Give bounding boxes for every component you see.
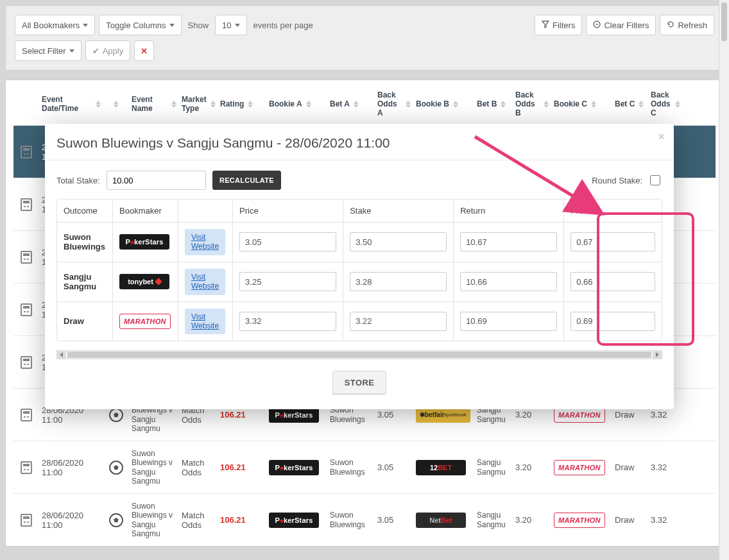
calc-row: Sangju SangmutonybetVisitWebsite xyxy=(57,262,662,302)
calculator-table: Outcome Bookmaker Price Stake Return Pro… xyxy=(56,199,662,341)
pokerstars-logo: P♠kerStars xyxy=(269,513,319,528)
return-input[interactable] xyxy=(460,232,557,251)
col-date[interactable]: Event Date/Time xyxy=(42,95,92,113)
sort-icon[interactable] xyxy=(453,101,458,108)
bookmakers-dropdown[interactable]: All Bookmakers xyxy=(15,15,95,35)
price-input[interactable] xyxy=(239,312,336,331)
calculator-icon[interactable] xyxy=(21,461,32,474)
col-oddsA[interactable]: Back Odds A xyxy=(377,90,402,117)
modal-close-button[interactable]: × xyxy=(658,130,665,144)
col-rating[interactable]: Rating xyxy=(220,99,244,108)
col-betC[interactable]: Bet C xyxy=(615,99,635,108)
cell-betA: Suwon Bluewings xyxy=(327,458,375,477)
filters-button[interactable]: Filters xyxy=(535,15,582,35)
sort-icon[interactable] xyxy=(501,101,506,108)
apply-label: Apply xyxy=(103,46,124,56)
sort-icon[interactable] xyxy=(114,101,119,108)
12bet-logo: 12BET xyxy=(416,460,466,475)
profit-input[interactable] xyxy=(570,232,655,251)
select-filter-label: Select Filter xyxy=(22,46,66,56)
col-betB[interactable]: Bet B xyxy=(477,99,497,108)
apply-button[interactable]: ✔ Apply xyxy=(85,40,131,61)
visit-website-link[interactable]: VisitWebsite xyxy=(191,312,219,331)
recalculate-button[interactable]: RECALCULATE xyxy=(212,171,281,190)
round-stake-checkbox[interactable] xyxy=(650,175,660,185)
store-button[interactable]: STORE xyxy=(332,371,387,394)
clear-filters-button[interactable]: Clear Filters xyxy=(586,15,656,35)
sort-icon[interactable] xyxy=(675,101,680,108)
sort-icon[interactable] xyxy=(248,101,253,108)
sort-icon[interactable] xyxy=(354,101,359,108)
table-row[interactable]: 28/06/2020 11:00Suwon Bluewings v Sangju… xyxy=(13,441,716,493)
sort-icon[interactable] xyxy=(171,101,176,108)
stake-input[interactable] xyxy=(350,272,447,291)
calc-bookmaker: P♠kerStars xyxy=(113,223,178,262)
chevron-down-icon xyxy=(69,49,74,53)
marathon-logo: MARATHON xyxy=(119,314,171,329)
col-oddsC[interactable]: Back Odds C xyxy=(651,90,671,117)
sort-icon[interactable] xyxy=(639,101,644,108)
stake-input[interactable] xyxy=(350,232,447,251)
refresh-icon xyxy=(667,21,674,30)
return-input[interactable] xyxy=(460,312,557,331)
col-name[interactable]: Event Name xyxy=(132,95,167,113)
cell-bookieA: P♠kerStars xyxy=(266,460,327,475)
select-filter-dropdown[interactable]: Select Filter xyxy=(15,40,81,61)
toggle-columns-dropdown[interactable]: Toggle Columns xyxy=(99,15,181,35)
modal-horizontal-scrollbar[interactable] xyxy=(56,350,662,359)
sort-icon[interactable] xyxy=(306,101,311,108)
sort-icon[interactable] xyxy=(406,101,411,108)
calculator-icon[interactable] xyxy=(21,409,32,421)
col-market[interactable]: Market Type xyxy=(182,95,207,113)
calculator-icon[interactable] xyxy=(21,198,32,211)
entries-per-page-select[interactable]: 10 xyxy=(215,15,246,35)
calculator-icon[interactable] xyxy=(21,146,32,158)
calc-visit: VisitWebsite xyxy=(178,302,233,341)
calc-bookmaker: MARATHON xyxy=(113,302,178,341)
visit-website-link[interactable]: VisitWebsite xyxy=(191,273,219,291)
calculator-icon[interactable] xyxy=(21,303,32,316)
cell-bookieA: P♠kerStars xyxy=(266,407,327,423)
cell-date: 28/06/2020 11:00 xyxy=(39,511,103,530)
calculator-icon[interactable] xyxy=(21,356,32,369)
cell-bookieB: 12BET xyxy=(413,460,474,475)
total-stake-input[interactable] xyxy=(107,171,206,190)
sort-icon[interactable] xyxy=(210,101,216,108)
col-bookieC[interactable]: Bookie C xyxy=(554,99,587,108)
calculator-icon[interactable] xyxy=(21,251,32,264)
refresh-button[interactable]: Refresh xyxy=(660,15,714,35)
col-betA[interactable]: Bet A xyxy=(330,99,350,108)
marathon-logo: MARATHON xyxy=(554,460,605,475)
table-row[interactable]: 28/06/2020 11:00Suwon Bluewings v Sangju… xyxy=(13,493,716,546)
sort-icon[interactable] xyxy=(591,101,596,108)
profit-input[interactable] xyxy=(570,272,655,291)
stake-input[interactable] xyxy=(350,312,447,331)
sort-icon[interactable] xyxy=(96,101,101,108)
betfair-logo: ✱betfairsportsbook xyxy=(416,407,470,423)
calc-row: Suwon BluewingsP♠kerStarsVisitWebsite xyxy=(57,223,662,262)
th-return: Return xyxy=(454,199,564,223)
cell-oddsB: 3.20 xyxy=(513,410,551,420)
calculator-icon[interactable] xyxy=(21,514,32,527)
toolbar-panel: All Bookmakers Toggle Columns Show 10 ev… xyxy=(5,5,724,71)
col-bookieB[interactable]: Bookie B xyxy=(416,99,449,108)
page-vertical-scrollbar[interactable] xyxy=(719,0,729,560)
col-bookieA[interactable]: Bookie A xyxy=(269,99,302,108)
pokerstars-logo: P♠kerStars xyxy=(269,460,319,475)
refresh-label: Refresh xyxy=(678,21,707,30)
price-input[interactable] xyxy=(239,232,336,251)
cell-betB: Sangju Sangmu xyxy=(474,458,513,477)
filters-label: Filters xyxy=(553,21,575,30)
visit-website-link[interactable]: VisitWebsite xyxy=(191,233,219,251)
calc-outcome: Sangju Sangmu xyxy=(57,262,113,302)
price-input[interactable] xyxy=(239,272,336,291)
pokerstars-logo: P♠kerStars xyxy=(119,234,169,250)
soccer-icon xyxy=(109,461,123,475)
col-oddsB[interactable]: Back Odds B xyxy=(515,90,540,117)
remove-filter-button[interactable]: ✕ xyxy=(134,40,154,61)
profit-input[interactable] xyxy=(570,312,655,331)
table-header: Event Date/Time Event Name Market Type R… xyxy=(13,90,716,125)
return-input[interactable] xyxy=(460,272,557,291)
sort-icon[interactable] xyxy=(544,101,549,108)
check-icon: ✔ xyxy=(92,46,99,56)
